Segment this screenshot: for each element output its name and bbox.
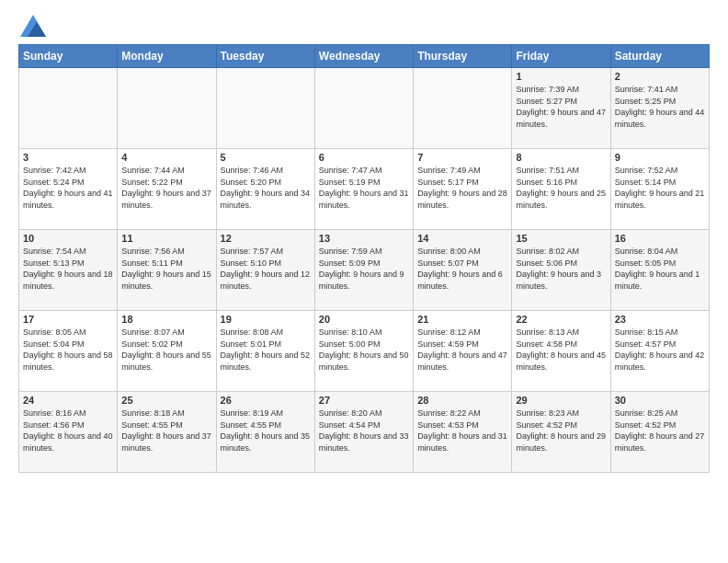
day-number: 20 [319,314,409,325]
day-info: Sunrise: 7:52 AM Sunset: 5:14 PM Dayligh… [615,165,705,211]
calendar-cell: 15Sunrise: 8:02 AM Sunset: 5:06 PM Dayli… [512,230,610,311]
calendar-header: SundayMondayTuesdayWednesdayThursdayFrid… [19,45,710,68]
day-info: Sunrise: 8:22 AM Sunset: 4:53 PM Dayligh… [417,408,507,454]
day-number: 1 [516,71,606,82]
day-number: 14 [417,233,507,244]
day-info: Sunrise: 8:00 AM Sunset: 5:07 PM Dayligh… [417,246,507,292]
calendar-cell: 12Sunrise: 7:57 AM Sunset: 5:10 PM Dayli… [216,230,314,311]
calendar-cell: 8Sunrise: 7:51 AM Sunset: 5:16 PM Daylig… [512,149,610,230]
day-number: 3 [23,152,113,163]
calendar-cell: 20Sunrise: 8:10 AM Sunset: 5:00 PM Dayli… [314,311,413,392]
day-number: 17 [23,314,113,325]
day-info: Sunrise: 8:20 AM Sunset: 4:54 PM Dayligh… [319,408,409,454]
day-info: Sunrise: 7:47 AM Sunset: 5:19 PM Dayligh… [319,165,409,211]
day-info: Sunrise: 8:23 AM Sunset: 4:52 PM Dayligh… [516,408,606,454]
day-number: 25 [121,395,211,406]
calendar-cell: 21Sunrise: 8:12 AM Sunset: 4:59 PM Dayli… [414,311,512,392]
day-number: 19 [221,314,311,325]
day-info: Sunrise: 7:42 AM Sunset: 5:24 PM Dayligh… [23,165,113,211]
calendar-cell: 26Sunrise: 8:19 AM Sunset: 4:55 PM Dayli… [216,392,314,473]
calendar-cell: 19Sunrise: 8:08 AM Sunset: 5:01 PM Dayli… [216,311,314,392]
day-number: 18 [121,314,211,325]
calendar-cell: 3Sunrise: 7:42 AM Sunset: 5:24 PM Daylig… [19,149,118,230]
day-info: Sunrise: 8:04 AM Sunset: 5:05 PM Dayligh… [615,246,705,292]
day-info: Sunrise: 8:19 AM Sunset: 4:55 PM Dayligh… [221,408,311,454]
day-number: 24 [23,395,113,406]
calendar-cell [314,68,413,149]
day-number: 27 [319,395,409,406]
week-row-1: 1Sunrise: 7:39 AM Sunset: 5:27 PM Daylig… [19,68,710,149]
week-row-2: 3Sunrise: 7:42 AM Sunset: 5:24 PM Daylig… [19,149,710,230]
week-row-5: 24Sunrise: 8:16 AM Sunset: 4:56 PM Dayli… [19,392,710,473]
day-info: Sunrise: 7:49 AM Sunset: 5:17 PM Dayligh… [417,165,507,211]
week-row-4: 17Sunrise: 8:05 AM Sunset: 5:04 PM Dayli… [19,311,710,392]
logo [18,15,46,37]
calendar-cell: 29Sunrise: 8:23 AM Sunset: 4:52 PM Dayli… [512,392,610,473]
day-number: 8 [516,152,606,163]
calendar-cell: 7Sunrise: 7:49 AM Sunset: 5:17 PM Daylig… [414,149,512,230]
weekday-tuesday: Tuesday [216,45,314,68]
calendar-cell: 30Sunrise: 8:25 AM Sunset: 4:52 PM Dayli… [610,392,709,473]
logo-icon [20,15,46,37]
calendar-cell: 18Sunrise: 8:07 AM Sunset: 5:02 PM Dayli… [118,311,216,392]
calendar-cell: 16Sunrise: 8:04 AM Sunset: 5:05 PM Dayli… [610,230,709,311]
day-number: 23 [615,314,705,325]
day-info: Sunrise: 7:46 AM Sunset: 5:20 PM Dayligh… [221,165,311,211]
day-info: Sunrise: 8:10 AM Sunset: 5:00 PM Dayligh… [319,327,409,373]
weekday-header-row: SundayMondayTuesdayWednesdayThursdayFrid… [19,45,710,68]
day-info: Sunrise: 7:51 AM Sunset: 5:16 PM Dayligh… [516,165,606,211]
day-info: Sunrise: 7:56 AM Sunset: 5:11 PM Dayligh… [121,246,211,292]
day-info: Sunrise: 8:12 AM Sunset: 4:59 PM Dayligh… [417,327,507,373]
day-number: 9 [615,152,705,163]
calendar-table: SundayMondayTuesdayWednesdayThursdayFrid… [18,44,710,473]
day-number: 13 [319,233,409,244]
weekday-sunday: Sunday [19,45,118,68]
calendar-cell: 14Sunrise: 8:00 AM Sunset: 5:07 PM Dayli… [414,230,512,311]
calendar-cell [19,68,118,149]
day-info: Sunrise: 8:25 AM Sunset: 4:52 PM Dayligh… [615,408,705,454]
day-number: 22 [516,314,606,325]
day-number: 15 [516,233,606,244]
day-info: Sunrise: 8:08 AM Sunset: 5:01 PM Dayligh… [221,327,311,373]
calendar-cell: 4Sunrise: 7:44 AM Sunset: 5:22 PM Daylig… [118,149,216,230]
day-info: Sunrise: 7:41 AM Sunset: 5:25 PM Dayligh… [615,84,705,130]
day-info: Sunrise: 8:05 AM Sunset: 5:04 PM Dayligh… [23,327,113,373]
weekday-monday: Monday [118,45,216,68]
day-number: 5 [221,152,311,163]
calendar-cell: 9Sunrise: 7:52 AM Sunset: 5:14 PM Daylig… [610,149,709,230]
day-number: 26 [221,395,311,406]
day-number: 7 [417,152,507,163]
weekday-saturday: Saturday [610,45,709,68]
calendar-cell: 2Sunrise: 7:41 AM Sunset: 5:25 PM Daylig… [610,68,709,149]
day-number: 29 [516,395,606,406]
calendar-cell: 5Sunrise: 7:46 AM Sunset: 5:20 PM Daylig… [216,149,314,230]
calendar-cell: 10Sunrise: 7:54 AM Sunset: 5:13 PM Dayli… [19,230,118,311]
calendar-body: 1Sunrise: 7:39 AM Sunset: 5:27 PM Daylig… [19,68,710,473]
calendar-cell: 17Sunrise: 8:05 AM Sunset: 5:04 PM Dayli… [19,311,118,392]
day-number: 2 [615,71,705,82]
day-number: 6 [319,152,409,163]
calendar-cell: 13Sunrise: 7:59 AM Sunset: 5:09 PM Dayli… [314,230,413,311]
day-info: Sunrise: 8:13 AM Sunset: 4:58 PM Dayligh… [516,327,606,373]
day-info: Sunrise: 7:44 AM Sunset: 5:22 PM Dayligh… [121,165,211,211]
calendar-cell [216,68,314,149]
calendar-cell: 1Sunrise: 7:39 AM Sunset: 5:27 PM Daylig… [512,68,610,149]
day-number: 10 [23,233,113,244]
day-info: Sunrise: 8:15 AM Sunset: 4:57 PM Dayligh… [615,327,705,373]
calendar-cell: 25Sunrise: 8:18 AM Sunset: 4:55 PM Dayli… [118,392,216,473]
day-number: 12 [221,233,311,244]
calendar-cell: 27Sunrise: 8:20 AM Sunset: 4:54 PM Dayli… [314,392,413,473]
day-info: Sunrise: 8:16 AM Sunset: 4:56 PM Dayligh… [23,408,113,454]
day-info: Sunrise: 8:18 AM Sunset: 4:55 PM Dayligh… [121,408,211,454]
calendar-cell [414,68,512,149]
calendar-cell: 22Sunrise: 8:13 AM Sunset: 4:58 PM Dayli… [512,311,610,392]
week-row-3: 10Sunrise: 7:54 AM Sunset: 5:13 PM Dayli… [19,230,710,311]
calendar-cell: 23Sunrise: 8:15 AM Sunset: 4:57 PM Dayli… [610,311,709,392]
calendar-cell [118,68,216,149]
weekday-wednesday: Wednesday [314,45,413,68]
day-number: 16 [615,233,705,244]
day-info: Sunrise: 7:54 AM Sunset: 5:13 PM Dayligh… [23,246,113,292]
day-number: 30 [615,395,705,406]
day-number: 21 [417,314,507,325]
day-info: Sunrise: 7:57 AM Sunset: 5:10 PM Dayligh… [221,246,311,292]
